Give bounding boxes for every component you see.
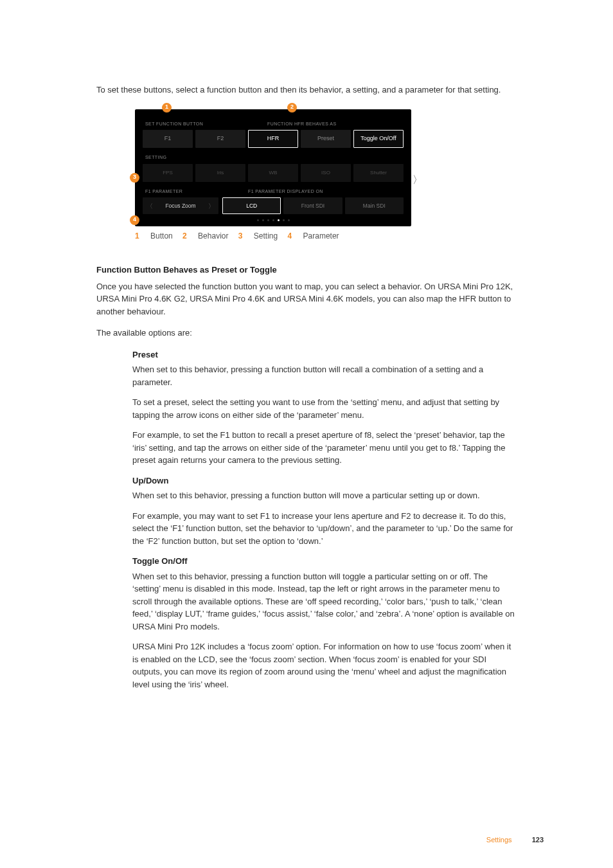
- preset-p2: To set a preset, select the setting you …: [132, 396, 517, 421]
- updown-p2: For example, you may want to set F1 to i…: [132, 510, 517, 548]
- para-intro-1: Once you have selected the function butt…: [96, 280, 517, 318]
- page-footer: Settings 123: [486, 835, 544, 845]
- preset-p3: For example, to set the F1 button to rec…: [132, 429, 517, 467]
- setting-wb[interactable]: WB: [248, 164, 298, 182]
- parameter-spinner[interactable]: 〈 Focus Zoom 〉: [143, 197, 218, 214]
- callout-3: 3: [130, 173, 139, 183]
- button-f2[interactable]: F2: [195, 130, 245, 148]
- setting-iso[interactable]: ISO: [301, 164, 351, 182]
- toggle-p2: URSA Mini Pro 12K includes a ‘focus zoom…: [132, 640, 517, 691]
- preset-p1: When set to this behavior, pressing a fu…: [132, 363, 517, 388]
- chevron-left-icon[interactable]: 〈: [145, 201, 154, 211]
- heading-toggle: Toggle On/Off: [132, 555, 517, 568]
- chevron-right-icon[interactable]: 〉: [207, 201, 216, 211]
- behavior-toggle[interactable]: Toggle On/Off: [353, 130, 404, 148]
- parameter-value: Focus Zoom: [165, 202, 195, 210]
- display-lcd[interactable]: LCD: [222, 197, 281, 214]
- setting-iris[interactable]: Iris: [195, 164, 245, 182]
- setting-shutter[interactable]: Shutter: [353, 164, 404, 182]
- label-f1-parameter-displayed: F1 PARAMETER DISPLAYED ON: [248, 188, 323, 195]
- header-function-behaves: FUNCTION HFR BEHAVES AS: [226, 121, 337, 128]
- label-setting: SETTING: [145, 154, 166, 161]
- label-f1-parameter: F1 PARAMETER: [145, 188, 248, 195]
- heading-preset: Preset: [132, 348, 517, 361]
- header-set-function: SET FUNCTION BUTTON: [143, 121, 226, 128]
- toggle-p1: When set to this behavior, pressing a fu…: [132, 570, 517, 633]
- behavior-preset[interactable]: Preset: [301, 130, 351, 148]
- footer-page-number: 123: [532, 836, 544, 844]
- display-front-sdi[interactable]: Front SDI: [283, 197, 342, 214]
- button-hfr[interactable]: HFR: [248, 130, 298, 148]
- next-page-icon[interactable]: 〉: [413, 172, 423, 188]
- callout-1: 1: [162, 103, 172, 113]
- setting-fps[interactable]: FPS: [143, 164, 193, 182]
- button-f1[interactable]: F1: [143, 130, 193, 148]
- footer-section: Settings: [486, 836, 512, 844]
- heading-function-button: Function Button Behaves as Preset or Tog…: [96, 264, 517, 276]
- callout-2: 2: [287, 103, 297, 113]
- updown-p1: When set to this behavior, pressing a fu…: [132, 489, 517, 502]
- pagination-dots[interactable]: [143, 218, 404, 221]
- para-intro-2: The available options are:: [96, 327, 517, 339]
- heading-updown: Up/Down: [132, 475, 517, 487]
- display-main-sdi[interactable]: Main SDI: [345, 197, 404, 214]
- settings-figure: 1 2 3 4 SET FUNCTION BUTTON FUNCTION HFR…: [135, 109, 411, 227]
- intro-paragraph: To set these buttons, select a function …: [96, 84, 517, 96]
- callout-4: 4: [130, 215, 139, 225]
- figure-legend: 1 Button 2 Behavior 3 Setting 4 Paramete…: [135, 230, 517, 242]
